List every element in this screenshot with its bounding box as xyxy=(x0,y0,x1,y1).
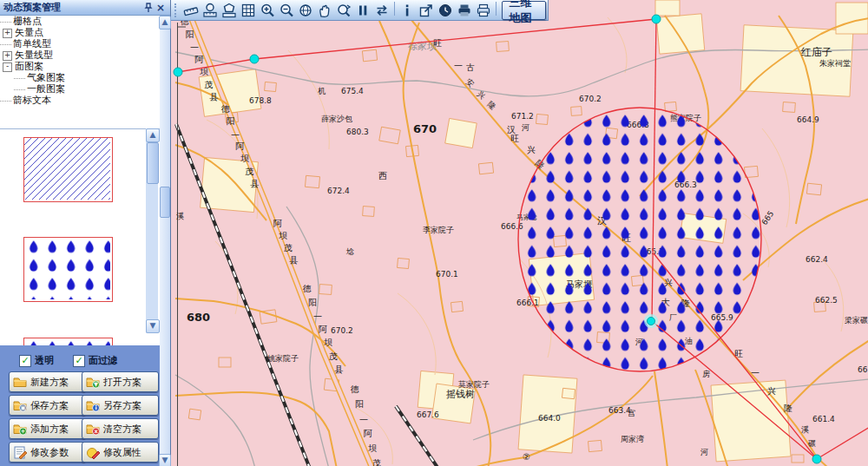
road-name-label: 县 xyxy=(209,92,219,102)
checkbox-icon[interactable]: ✓ xyxy=(19,355,31,367)
tree-item-简单线型[interactable]: 简单线型 xyxy=(0,38,160,49)
map-label: 隆 xyxy=(784,404,792,413)
button-修改参数[interactable]: 修改参数 xyxy=(9,442,86,463)
road-name-label: 县 xyxy=(250,179,260,188)
center-handle[interactable] xyxy=(648,318,655,325)
map-label: 663.4 xyxy=(608,406,631,415)
scroll-up-icon[interactable]: ▲ xyxy=(146,128,160,142)
tree-item-label: 栅格点 xyxy=(13,16,42,27)
measure-distance-icon[interactable] xyxy=(181,2,201,19)
export-icon[interactable] xyxy=(417,2,436,19)
measure-circle-icon[interactable] xyxy=(201,2,220,19)
scroll-down-icon[interactable]: ▼ xyxy=(159,454,171,466)
button-label: 新建方案 xyxy=(30,376,69,389)
map-label: 红庙子 xyxy=(800,46,832,58)
map-label: 河 xyxy=(700,448,708,456)
close-icon[interactable]: × xyxy=(155,2,167,14)
map-label: ② xyxy=(523,452,530,462)
checkbox-label: 面过滤 xyxy=(89,354,117,367)
map-label: 664.0 xyxy=(538,414,561,423)
button-新建方案[interactable]: 新建方案 xyxy=(9,371,86,392)
checkbox-透明[interactable]: ✓透明 xyxy=(19,354,54,367)
map-label: 房 xyxy=(702,370,710,378)
tree-item-面图案[interactable]: -面图案 xyxy=(0,61,160,72)
map-label: 莫家院子 xyxy=(458,380,490,389)
road-name-label: 阿 xyxy=(364,429,372,438)
tree-connector xyxy=(14,89,25,90)
expand-icon[interactable]: + xyxy=(3,29,12,38)
tree-item-一般图案[interactable]: 一般图案 xyxy=(0,83,160,95)
button-添加方案[interactable]: +添加方案 xyxy=(9,418,86,439)
tree-item-矢量线型[interactable]: +矢量线型 xyxy=(0,49,160,61)
road-name-label: 阿 xyxy=(319,325,327,334)
map-label: 661.4 xyxy=(812,415,835,423)
raindrop-pattern-swatch[interactable] xyxy=(23,237,113,302)
pause-icon[interactable] xyxy=(353,2,372,19)
save-icon: ▣ xyxy=(13,398,28,413)
collapse-icon[interactable]: - xyxy=(3,62,12,72)
tree-item-栅格点[interactable]: 栅格点 xyxy=(0,16,160,27)
tree-item-label: 简单线型 xyxy=(13,38,51,49)
map-3d-button[interactable]: 三维地图 xyxy=(502,1,546,20)
checkbox-icon[interactable]: ✓ xyxy=(73,355,85,367)
full-extent-icon[interactable] xyxy=(296,2,315,19)
props-icon xyxy=(86,445,101,460)
map-label: 周家湾 xyxy=(621,435,644,443)
saveas-icon: i xyxy=(86,398,101,413)
button-另存方案[interactable]: i另存方案 xyxy=(82,395,159,416)
pin-icon[interactable] xyxy=(142,2,155,14)
identify-icon[interactable] xyxy=(398,2,417,19)
scroll-down-icon[interactable]: ▼ xyxy=(146,319,160,333)
measure-area-icon[interactable] xyxy=(220,2,239,19)
button-修改属性[interactable]: 修改属性 xyxy=(82,442,159,463)
plot-icon[interactable] xyxy=(455,2,474,19)
tree-item-气象图案[interactable]: 气象图案 xyxy=(0,72,160,83)
previous-view-icon[interactable] xyxy=(334,2,353,19)
button-保存方案[interactable]: ▣保存方案 xyxy=(9,395,86,416)
checkbox-面过滤[interactable]: ✓面过滤 xyxy=(73,354,117,367)
pan-icon[interactable] xyxy=(315,2,334,19)
pattern-list-scrollbar[interactable]: ▲ ▼ xyxy=(146,128,158,333)
vertex-handle[interactable] xyxy=(250,55,259,63)
refresh-icon[interactable] xyxy=(372,2,391,19)
toolbar-separator xyxy=(496,2,496,16)
map-label: 66 xyxy=(858,365,868,374)
vertex-handle[interactable] xyxy=(174,68,182,76)
scroll-up-icon[interactable]: ▲ xyxy=(159,16,171,30)
road-name-label: 德 xyxy=(350,384,359,394)
tree-item-矢量点[interactable]: +矢量点 xyxy=(0,27,160,38)
map-label: 670.2 xyxy=(331,326,353,335)
map-label: 672.4 xyxy=(327,187,350,195)
expand-icon[interactable]: + xyxy=(3,51,12,61)
hatch-pattern-swatch[interactable] xyxy=(23,137,113,202)
panel-scrollbar[interactable]: ▲ ▼ xyxy=(160,16,170,466)
village-area xyxy=(445,118,477,148)
print-icon[interactable] xyxy=(474,2,493,19)
map-label: 薛家沙包 xyxy=(321,115,352,123)
road-name-label: 县 xyxy=(334,364,344,374)
history-icon[interactable] xyxy=(436,2,455,19)
road-name-label: 阿 xyxy=(236,141,245,151)
tree-item-label: 箭标文本 xyxy=(13,95,51,106)
map-canvas[interactable]: 徐家坝红庙子朱家祠堂机675.4678.8薛家沙包680.3670671.2汉河… xyxy=(170,0,868,466)
button-打开方案[interactable]: ▼打开方案 xyxy=(82,371,159,392)
plan-rain-zone[interactable] xyxy=(518,108,761,371)
layer-tree: 栅格点+矢量点简单线型+矢量线型-面图案气象图案一般图案箭标文本 xyxy=(0,16,160,128)
road-name-label: 茂 xyxy=(329,351,338,361)
toolbar-grip[interactable] xyxy=(174,3,179,17)
vertex-handle[interactable] xyxy=(812,455,821,463)
scrollbar-thumb[interactable] xyxy=(147,142,159,184)
scrollbar-thumb[interactable] xyxy=(160,187,170,218)
vertex-handle[interactable] xyxy=(652,15,661,23)
button-清空方案[interactable]: x清空方案 xyxy=(82,418,159,439)
map-label: 678.8 xyxy=(249,96,272,105)
grid-icon[interactable] xyxy=(239,2,258,19)
params-icon xyxy=(13,445,28,460)
button-label: 打开方案 xyxy=(103,376,141,389)
gis-application-window: 徐家坝红庙子朱家祠堂机675.4678.8薛家沙包680.3670671.2汉河… xyxy=(0,0,868,466)
zoom-out-icon[interactable] xyxy=(277,2,296,19)
tree-item-箭标文本[interactable]: 箭标文本 xyxy=(0,95,160,106)
map-label: 李家院子 xyxy=(423,226,454,234)
zoom-in-icon[interactable] xyxy=(258,2,277,19)
village-area xyxy=(836,3,868,34)
